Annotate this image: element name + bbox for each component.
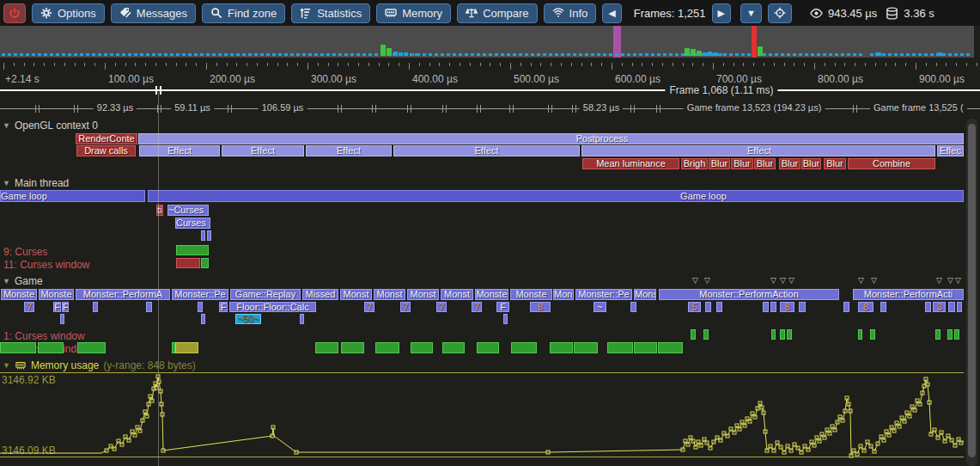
frame-tick[interactable]: [362, 53, 366, 56]
frame-tick[interactable]: [194, 53, 198, 56]
frame-tick[interactable]: [164, 53, 167, 56]
lock-bar[interactable]: [763, 302, 769, 312]
zone-bar[interactable]: 7: [24, 302, 34, 312]
frame-tick[interactable]: [763, 53, 766, 56]
frame-tick[interactable]: [735, 53, 739, 56]
zone-bar[interactable]: 7: [400, 302, 411, 312]
frame-tick[interactable]: [781, 53, 784, 56]
frame-tick[interactable]: [212, 53, 216, 56]
lock-bar[interactable]: [799, 302, 806, 312]
frame-histogram-bar[interactable]: [399, 52, 403, 56]
zone-bar[interactable]: 8: [530, 302, 551, 312]
frame-tick[interactable]: [495, 53, 498, 56]
frame-tick[interactable]: [501, 53, 504, 56]
zone-bar[interactable]: Effect: [222, 145, 304, 156]
zone-bar[interactable]: Mean luminance: [582, 158, 679, 169]
frame-tick[interactable]: [537, 53, 540, 56]
frame-tick[interactable]: [2, 53, 5, 56]
compare-button[interactable]: Compare: [457, 3, 537, 23]
lock-bar[interactable]: [691, 329, 696, 340]
message-marker[interactable]: ▽: [955, 277, 961, 285]
frame-tick[interactable]: [507, 53, 510, 56]
frame-histogram-bar[interactable]: [758, 46, 763, 56]
frame-tick[interactable]: [549, 53, 552, 56]
frame-line[interactable]: [0, 89, 980, 91]
lock-bar[interactable]: [201, 230, 205, 241]
lock-bar[interactable]: [477, 342, 499, 353]
zone-bar[interactable]: Blur: [754, 158, 776, 169]
zone-bar[interactable]: Combine: [848, 158, 935, 169]
frame-tick[interactable]: [68, 53, 71, 56]
frame-tick[interactable]: [805, 53, 808, 56]
lock-bar[interactable]: [550, 342, 573, 353]
zone-bar[interactable]: Effect: [393, 145, 580, 156]
frame-tick[interactable]: [954, 53, 958, 56]
zone-bar[interactable]: ~Curses: [167, 205, 209, 216]
lock-bar[interactable]: [780, 329, 785, 340]
zone-bar[interactable]: Brigh: [681, 158, 708, 169]
next-frame-button[interactable]: ▶: [712, 3, 731, 23]
frame-tick[interactable]: [741, 53, 745, 56]
frame-dropdown-button[interactable]: ▼: [740, 3, 762, 23]
frame-tick[interactable]: [471, 53, 474, 56]
frame-tick[interactable]: [948, 53, 952, 56]
frame-tick[interactable]: [847, 53, 850, 56]
frame-tick[interactable]: [176, 53, 180, 56]
frame-tick[interactable]: [882, 53, 886, 56]
frame-tick[interactable]: [20, 53, 23, 56]
frame-tick[interactable]: [799, 53, 802, 56]
memory-button[interactable]: Memory: [376, 3, 451, 23]
zone-bar[interactable]: Monste: [510, 289, 552, 300]
lock-bar[interactable]: [954, 329, 959, 340]
frame-tick[interactable]: [332, 53, 336, 56]
frame-tick[interactable]: [140, 53, 143, 56]
zone-bar[interactable]: Monste: [1, 289, 37, 300]
lock-bar[interactable]: [176, 245, 209, 255]
frame-tick[interactable]: [230, 53, 234, 56]
frame-tick[interactable]: [519, 53, 522, 56]
message-marker[interactable]: ▽: [936, 277, 942, 285]
frame-tick[interactable]: [894, 53, 898, 56]
zone-bar[interactable]: Monster::Pe: [172, 289, 228, 300]
zone-bar[interactable]: ~50~: [235, 314, 261, 324]
frame-histogram-bar[interactable]: [691, 49, 696, 56]
frame-tick[interactable]: [633, 53, 636, 56]
zone-bar[interactable]: Monst: [441, 289, 473, 300]
messages-button[interactable]: Messages: [111, 3, 196, 23]
frame-tick[interactable]: [835, 53, 838, 56]
lock-bar[interactable]: [771, 329, 776, 340]
zone-bar[interactable]: Effect: [139, 145, 220, 156]
lock-bar[interactable]: [175, 342, 198, 353]
frame-tick[interactable]: [567, 53, 570, 56]
section-header-main-thread[interactable]: ▼Main thread: [3, 177, 69, 189]
frame-tick[interactable]: [585, 53, 588, 56]
zone-bar[interactable]: 7: [472, 302, 482, 312]
section-header-opengl-context-0[interactable]: ▼OpenGL context 0: [3, 120, 98, 132]
frame-tick[interactable]: [236, 53, 240, 56]
lock-bar[interactable]: [630, 302, 636, 312]
zone-bar[interactable]: Monste: [475, 289, 508, 300]
zone-bar[interactable]: Blur: [779, 158, 800, 169]
frame-tick[interactable]: [356, 53, 360, 56]
lock-bar[interactable]: [93, 302, 98, 312]
frame-tick[interactable]: [561, 53, 564, 56]
zone-bar[interactable]: Effect: [306, 145, 392, 156]
frame-histogram-bar[interactable]: [937, 52, 942, 56]
lock-bar[interactable]: [658, 342, 683, 353]
frame-tick[interactable]: [50, 53, 53, 56]
frame-tick[interactable]: [170, 53, 173, 56]
lock-bar[interactable]: [843, 302, 849, 312]
lock-bar[interactable]: [201, 314, 205, 324]
frame-tick[interactable]: [924, 53, 928, 56]
message-marker[interactable]: ▽: [770, 277, 776, 285]
frame-tick[interactable]: [182, 53, 186, 56]
lock-bar[interactable]: [38, 342, 64, 353]
frame-tick[interactable]: [200, 53, 204, 56]
frame-tick[interactable]: [242, 53, 246, 56]
frame-tick[interactable]: [870, 53, 873, 56]
options-button[interactable]: Options: [32, 3, 105, 23]
frame-histogram-bar[interactable]: [875, 52, 881, 56]
section-header-memory-usage[interactable]: ▼Memory usage(y-range: 848 bytes): [3, 359, 196, 371]
frame-tick[interactable]: [645, 53, 648, 56]
frame-tick[interactable]: [441, 53, 444, 56]
